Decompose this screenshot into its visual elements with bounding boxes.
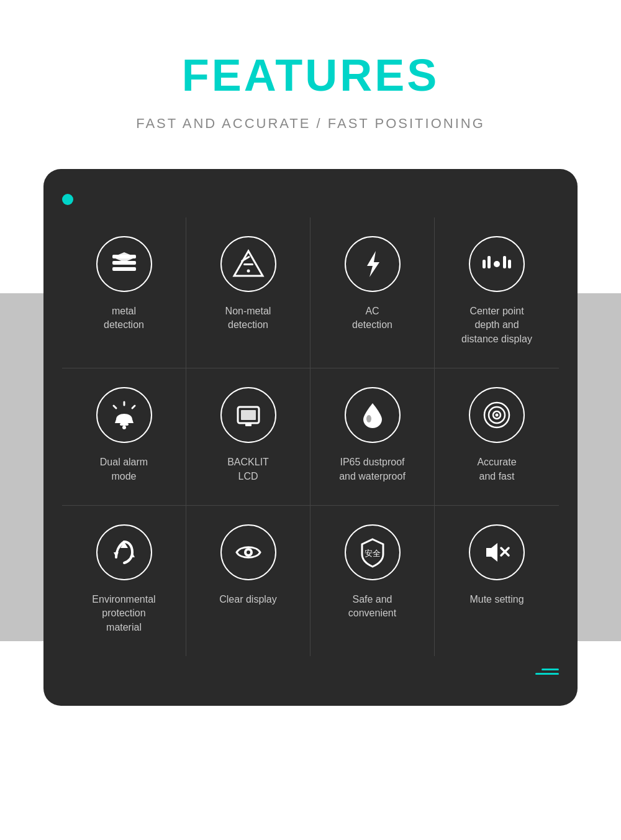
page-subtitle: FAST AND ACCURATE / FAST POSITIONING — [136, 116, 485, 132]
dual-alarm-label: Dual alarmmode — [100, 455, 148, 483]
centerpoint-icon-circle — [469, 236, 525, 292]
svg-point-18 — [122, 426, 126, 429]
alarm-icon-circle — [96, 387, 152, 443]
svg-marker-3 — [112, 252, 136, 262]
card-dot — [62, 194, 73, 205]
feature-environmental: Environmentalprotectionmaterial — [62, 506, 186, 656]
svg-rect-10 — [487, 256, 491, 268]
svg-line-15 — [114, 406, 116, 408]
svg-line-16 — [132, 406, 135, 408]
waterproof-icon-circle — [345, 387, 401, 443]
svg-rect-17 — [120, 423, 129, 426]
safe-icon-circle: 安全 — [345, 524, 401, 580]
metal-icon-circle — [96, 236, 152, 292]
eye-icon-circle — [220, 524, 276, 580]
backlit-lcd-label: BACKLITLCD — [227, 455, 269, 483]
recycle-icon-circle — [96, 524, 152, 580]
ac-icon-circle — [345, 236, 401, 292]
metal-detection-label: metaldetection — [104, 304, 144, 332]
menu-line-short — [542, 669, 559, 670]
feature-ac-detection: ACdetection — [310, 217, 435, 368]
svg-point-26 — [496, 414, 499, 417]
svg-marker-8 — [367, 251, 379, 277]
feature-non-metal-detection: Non-metaldetection — [186, 217, 310, 368]
svg-rect-9 — [483, 260, 486, 268]
nonmetal-icon-circle — [220, 236, 276, 292]
lcd-icon-circle — [220, 387, 276, 443]
svg-rect-2 — [112, 267, 136, 271]
svg-rect-13 — [508, 260, 511, 268]
feature-clear-display: Clear display — [186, 506, 310, 656]
svg-text:安全: 安全 — [365, 549, 381, 558]
mute-icon-circle — [469, 524, 525, 580]
ip65-label: IP65 dustproofand waterproof — [339, 455, 406, 483]
svg-point-7 — [247, 270, 250, 273]
feature-dual-alarm: Dual alarmmode — [62, 368, 186, 506]
svg-rect-20 — [241, 410, 256, 420]
feature-mute-setting: Mute setting — [435, 506, 559, 656]
safe-convenient-label: Safe andconvenient — [348, 593, 396, 621]
page-title: FEATURES — [182, 50, 440, 101]
feature-backlit-lcd: BACKLITLCD — [186, 368, 310, 506]
ac-detection-label: ACdetection — [352, 304, 392, 332]
feature-accurate-fast: Accurateand fast — [435, 368, 559, 506]
svg-point-28 — [247, 550, 250, 554]
feature-ip65: IP65 dustproofand waterproof — [310, 368, 435, 506]
svg-rect-12 — [503, 256, 506, 268]
card-menu-icon — [62, 669, 559, 675]
menu-line-long — [535, 673, 559, 675]
non-metal-detection-label: Non-metaldetection — [225, 304, 271, 332]
accurate-icon-circle — [469, 387, 525, 443]
svg-rect-6 — [243, 263, 253, 265]
svg-point-11 — [494, 261, 500, 267]
clear-display-label: Clear display — [219, 593, 276, 606]
dark-card: metaldetection Non-metaldetection — [43, 169, 578, 706]
features-grid: metaldetection Non-metaldetection — [62, 217, 559, 656]
svg-rect-21 — [245, 423, 252, 426]
svg-marker-30 — [486, 543, 497, 562]
card-wrapper: metaldetection Non-metaldetection — [43, 169, 578, 706]
mute-setting-label: Mute setting — [469, 593, 524, 606]
feature-safe-convenient: 安全 Safe andconvenient — [310, 506, 435, 656]
feature-metal-detection: metaldetection — [62, 217, 186, 368]
accurate-fast-label: Accurateand fast — [477, 455, 516, 483]
environmental-label: Environmentalprotectionmaterial — [92, 593, 155, 634]
center-point-label: Center pointdepth anddistance display — [461, 304, 532, 346]
feature-center-point: Center pointdepth anddistance display — [435, 217, 559, 368]
svg-point-22 — [366, 415, 371, 422]
